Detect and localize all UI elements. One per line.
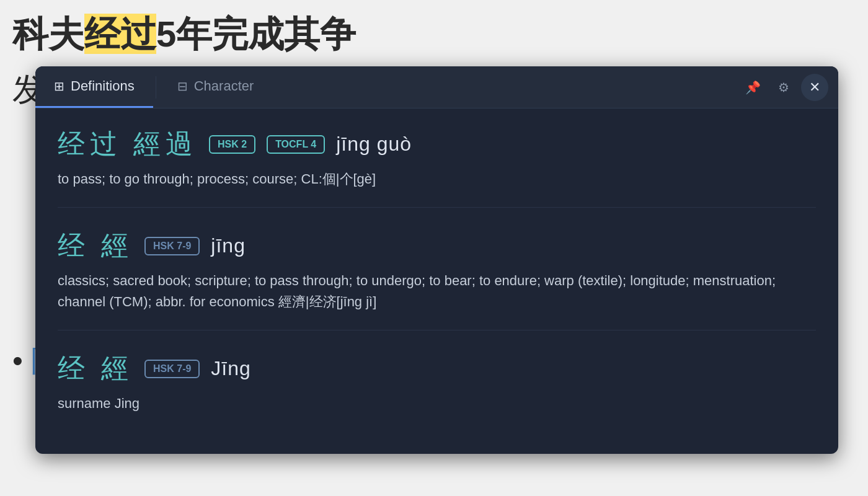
entry-1-simplified: 经过 (58, 126, 122, 162)
entry-1-header: 经过 經過 HSK 2 TOCFL 4 jīng guò (58, 126, 816, 162)
background-line1: 科夫经过5年完成其争 (0, 6, 368, 62)
tab-character[interactable]: ⊟ Character (159, 66, 273, 108)
close-icon: ✕ (809, 79, 820, 95)
entry-2-traditional: 經 (101, 228, 133, 264)
bg-suffix: 5年完成其争 (156, 14, 356, 54)
tab-bar: ⊞ Definitions ⊟ Character 📌 ⚙ ✕ (35, 66, 838, 108)
bg-prefix: 科夫 (12, 14, 84, 54)
tab-actions: 📌 ⚙ ✕ (739, 74, 838, 101)
entry-2-header: 经 經 HSK 7-9 jīng (58, 228, 816, 264)
entry-1-traditional: 經過 (133, 126, 198, 162)
gear-icon: ⚙ (778, 80, 789, 95)
entry-3-pinyin: Jīng (211, 357, 250, 380)
entry-1-badge-tocfl4: TOCFL 4 (267, 135, 325, 154)
pin-icon: 📌 (745, 80, 761, 95)
entry-3-simplified: 经 (58, 350, 90, 387)
definitions-popup: ⊞ Definitions ⊟ Character 📌 ⚙ ✕ 经过 (35, 66, 838, 454)
bg-highlight: 经过 (84, 14, 156, 54)
tab-divider (156, 76, 156, 99)
tab-character-label: Character (194, 78, 254, 94)
character-tab-icon: ⊟ (177, 79, 188, 94)
entry-3-badge-hsk79: HSK 7-9 (144, 360, 200, 378)
entry-2-badge-hsk79: HSK 7-9 (144, 237, 200, 255)
entry-3: 经 經 HSK 7-9 Jīng surname Jing (58, 350, 816, 432)
tab-definitions-label: Definitions (71, 78, 135, 94)
entry-2: 经 經 HSK 7-9 jīng classics; sacred book; … (58, 228, 816, 330)
entry-1-pinyin: jīng guò (336, 133, 412, 156)
settings-button[interactable]: ⚙ (770, 74, 797, 101)
entry-1-badge-hsk2: HSK 2 (209, 135, 255, 154)
entry-2-definition: classics; sacred book; scripture; to pas… (58, 270, 816, 312)
entry-2-pinyin: jīng (211, 234, 246, 257)
tab-definitions[interactable]: ⊞ Definitions (35, 66, 153, 108)
pin-button[interactable]: 📌 (739, 74, 766, 101)
entry-2-simplified: 经 (58, 228, 90, 264)
definitions-tab-icon: ⊞ (54, 79, 64, 94)
entry-1: 经过 經過 HSK 2 TOCFL 4 jīng guò to pass; to… (58, 126, 816, 208)
entry-1-definition: to pass; to go through; process; course;… (58, 169, 816, 190)
close-button[interactable]: ✕ (801, 74, 828, 101)
entry-3-definition: surname Jing (58, 393, 816, 414)
definitions-content: 经过 經過 HSK 2 TOCFL 4 jīng guò to pass; to… (35, 108, 838, 454)
entry-3-traditional: 經 (101, 350, 133, 387)
entry-3-header: 经 經 HSK 7-9 Jīng (58, 350, 816, 387)
